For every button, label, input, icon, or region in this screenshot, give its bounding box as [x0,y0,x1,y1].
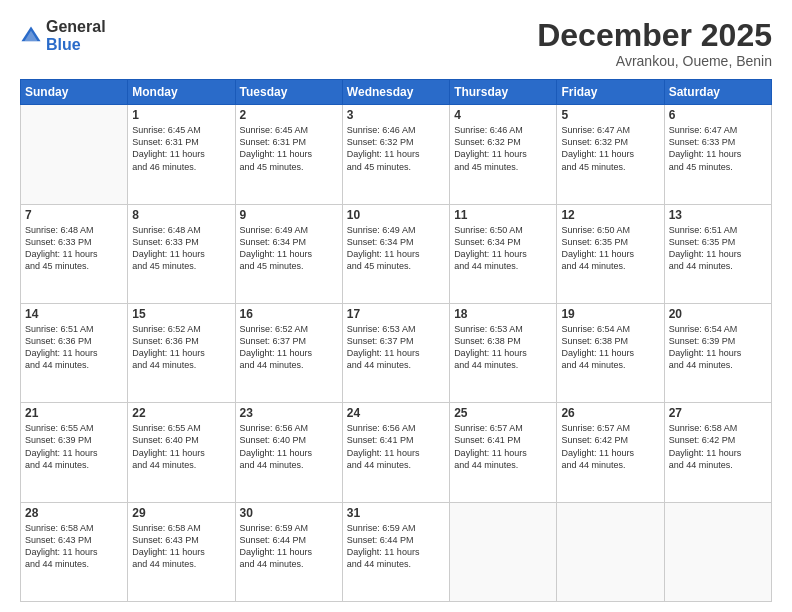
calendar-cell [450,502,557,601]
cell-info: Sunrise: 6:48 AM Sunset: 6:33 PM Dayligh… [25,224,123,273]
cell-info: Sunrise: 6:51 AM Sunset: 6:35 PM Dayligh… [669,224,767,273]
calendar-cell: 17Sunrise: 6:53 AM Sunset: 6:37 PM Dayli… [342,303,449,402]
day-number: 18 [454,307,552,321]
calendar-cell: 22Sunrise: 6:55 AM Sunset: 6:40 PM Dayli… [128,403,235,502]
cell-info: Sunrise: 6:48 AM Sunset: 6:33 PM Dayligh… [132,224,230,273]
calendar-cell [664,502,771,601]
header: General Blue December 2025 Avrankou, Oue… [20,18,772,69]
calendar-cell: 20Sunrise: 6:54 AM Sunset: 6:39 PM Dayli… [664,303,771,402]
calendar-week-row: 14Sunrise: 6:51 AM Sunset: 6:36 PM Dayli… [21,303,772,402]
day-number: 23 [240,406,338,420]
day-number: 2 [240,108,338,122]
day-number: 27 [669,406,767,420]
calendar-cell [21,105,128,204]
calendar-cell: 30Sunrise: 6:59 AM Sunset: 6:44 PM Dayli… [235,502,342,601]
day-number: 1 [132,108,230,122]
day-number: 28 [25,506,123,520]
calendar-cell: 21Sunrise: 6:55 AM Sunset: 6:39 PM Dayli… [21,403,128,502]
calendar-week-row: 28Sunrise: 6:58 AM Sunset: 6:43 PM Dayli… [21,502,772,601]
day-number: 26 [561,406,659,420]
logo: General Blue [20,18,106,53]
calendar-week-row: 1Sunrise: 6:45 AM Sunset: 6:31 PM Daylig… [21,105,772,204]
day-number: 19 [561,307,659,321]
cell-info: Sunrise: 6:56 AM Sunset: 6:41 PM Dayligh… [347,422,445,471]
cell-info: Sunrise: 6:58 AM Sunset: 6:43 PM Dayligh… [25,522,123,571]
page: General Blue December 2025 Avrankou, Oue… [0,0,792,612]
cell-info: Sunrise: 6:51 AM Sunset: 6:36 PM Dayligh… [25,323,123,372]
calendar-week-row: 7Sunrise: 6:48 AM Sunset: 6:33 PM Daylig… [21,204,772,303]
cell-info: Sunrise: 6:58 AM Sunset: 6:42 PM Dayligh… [669,422,767,471]
cell-info: Sunrise: 6:53 AM Sunset: 6:38 PM Dayligh… [454,323,552,372]
day-number: 17 [347,307,445,321]
calendar-cell: 5Sunrise: 6:47 AM Sunset: 6:32 PM Daylig… [557,105,664,204]
calendar-cell: 31Sunrise: 6:59 AM Sunset: 6:44 PM Dayli… [342,502,449,601]
calendar-cell: 9Sunrise: 6:49 AM Sunset: 6:34 PM Daylig… [235,204,342,303]
calendar-cell: 12Sunrise: 6:50 AM Sunset: 6:35 PM Dayli… [557,204,664,303]
calendar-cell: 18Sunrise: 6:53 AM Sunset: 6:38 PM Dayli… [450,303,557,402]
col-header-monday: Monday [128,80,235,105]
logo-icon [20,25,42,47]
cell-info: Sunrise: 6:47 AM Sunset: 6:33 PM Dayligh… [669,124,767,173]
day-number: 11 [454,208,552,222]
col-header-thursday: Thursday [450,80,557,105]
month-title: December 2025 [537,18,772,53]
calendar-cell: 16Sunrise: 6:52 AM Sunset: 6:37 PM Dayli… [235,303,342,402]
calendar-cell: 24Sunrise: 6:56 AM Sunset: 6:41 PM Dayli… [342,403,449,502]
calendar-cell: 8Sunrise: 6:48 AM Sunset: 6:33 PM Daylig… [128,204,235,303]
day-number: 14 [25,307,123,321]
cell-info: Sunrise: 6:54 AM Sunset: 6:39 PM Dayligh… [669,323,767,372]
cell-info: Sunrise: 6:45 AM Sunset: 6:31 PM Dayligh… [132,124,230,173]
calendar-cell: 11Sunrise: 6:50 AM Sunset: 6:34 PM Dayli… [450,204,557,303]
day-number: 21 [25,406,123,420]
calendar-cell: 7Sunrise: 6:48 AM Sunset: 6:33 PM Daylig… [21,204,128,303]
cell-info: Sunrise: 6:47 AM Sunset: 6:32 PM Dayligh… [561,124,659,173]
cell-info: Sunrise: 6:57 AM Sunset: 6:41 PM Dayligh… [454,422,552,471]
day-number: 9 [240,208,338,222]
day-number: 29 [132,506,230,520]
cell-info: Sunrise: 6:54 AM Sunset: 6:38 PM Dayligh… [561,323,659,372]
logo-general: General [46,18,106,36]
day-number: 8 [132,208,230,222]
location: Avrankou, Oueme, Benin [537,53,772,69]
calendar-cell: 14Sunrise: 6:51 AM Sunset: 6:36 PM Dayli… [21,303,128,402]
calendar-cell [557,502,664,601]
day-number: 12 [561,208,659,222]
calendar-cell: 25Sunrise: 6:57 AM Sunset: 6:41 PM Dayli… [450,403,557,502]
cell-info: Sunrise: 6:55 AM Sunset: 6:40 PM Dayligh… [132,422,230,471]
day-number: 4 [454,108,552,122]
cell-info: Sunrise: 6:59 AM Sunset: 6:44 PM Dayligh… [240,522,338,571]
calendar-cell: 29Sunrise: 6:58 AM Sunset: 6:43 PM Dayli… [128,502,235,601]
day-number: 16 [240,307,338,321]
day-number: 22 [132,406,230,420]
calendar-cell: 15Sunrise: 6:52 AM Sunset: 6:36 PM Dayli… [128,303,235,402]
logo-text: General Blue [46,18,106,53]
cell-info: Sunrise: 6:57 AM Sunset: 6:42 PM Dayligh… [561,422,659,471]
calendar-cell: 27Sunrise: 6:58 AM Sunset: 6:42 PM Dayli… [664,403,771,502]
cell-info: Sunrise: 6:45 AM Sunset: 6:31 PM Dayligh… [240,124,338,173]
cell-info: Sunrise: 6:59 AM Sunset: 6:44 PM Dayligh… [347,522,445,571]
calendar-cell: 6Sunrise: 6:47 AM Sunset: 6:33 PM Daylig… [664,105,771,204]
col-header-friday: Friday [557,80,664,105]
calendar-cell: 10Sunrise: 6:49 AM Sunset: 6:34 PM Dayli… [342,204,449,303]
calendar-cell: 1Sunrise: 6:45 AM Sunset: 6:31 PM Daylig… [128,105,235,204]
day-number: 24 [347,406,445,420]
cell-info: Sunrise: 6:52 AM Sunset: 6:36 PM Dayligh… [132,323,230,372]
day-number: 30 [240,506,338,520]
calendar-cell: 23Sunrise: 6:56 AM Sunset: 6:40 PM Dayli… [235,403,342,502]
calendar-header-row: SundayMondayTuesdayWednesdayThursdayFrid… [21,80,772,105]
cell-info: Sunrise: 6:46 AM Sunset: 6:32 PM Dayligh… [454,124,552,173]
calendar-cell: 4Sunrise: 6:46 AM Sunset: 6:32 PM Daylig… [450,105,557,204]
day-number: 6 [669,108,767,122]
cell-info: Sunrise: 6:50 AM Sunset: 6:35 PM Dayligh… [561,224,659,273]
day-number: 3 [347,108,445,122]
cell-info: Sunrise: 6:49 AM Sunset: 6:34 PM Dayligh… [240,224,338,273]
cell-info: Sunrise: 6:49 AM Sunset: 6:34 PM Dayligh… [347,224,445,273]
calendar-cell: 28Sunrise: 6:58 AM Sunset: 6:43 PM Dayli… [21,502,128,601]
day-number: 25 [454,406,552,420]
calendar-cell: 3Sunrise: 6:46 AM Sunset: 6:32 PM Daylig… [342,105,449,204]
calendar-cell: 13Sunrise: 6:51 AM Sunset: 6:35 PM Dayli… [664,204,771,303]
day-number: 13 [669,208,767,222]
calendar-table: SundayMondayTuesdayWednesdayThursdayFrid… [20,79,772,602]
day-number: 5 [561,108,659,122]
day-number: 15 [132,307,230,321]
